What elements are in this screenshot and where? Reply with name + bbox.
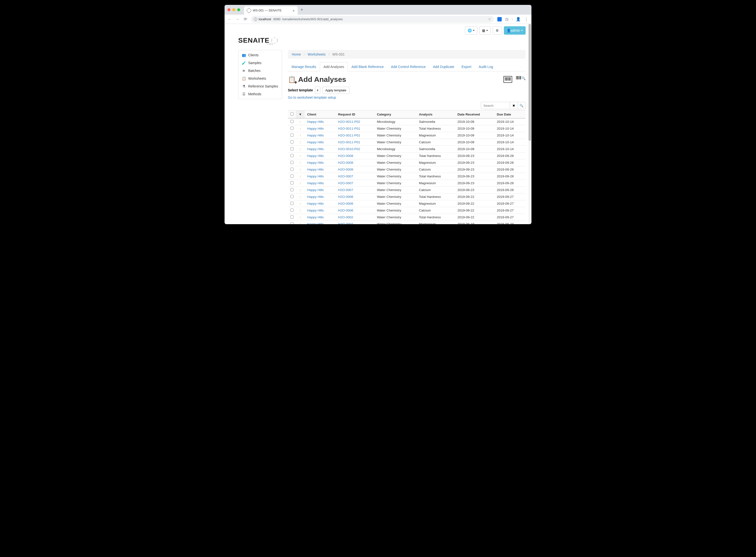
client-link[interactable]: Happy Hills xyxy=(307,120,324,123)
request-id-link[interactable]: H2O-0002 xyxy=(338,222,353,224)
row-checkbox[interactable] xyxy=(290,147,294,150)
breadcrumb-home[interactable]: Home xyxy=(292,52,301,56)
row-checkbox[interactable] xyxy=(290,181,294,184)
menu-icon[interactable]: ⋮ xyxy=(524,17,528,22)
site-info-icon[interactable]: i xyxy=(254,18,257,21)
client-link[interactable]: Happy Hills xyxy=(307,188,324,192)
request-id-link[interactable]: H2O-0007 xyxy=(338,181,353,185)
client-link[interactable]: Happy Hills xyxy=(307,161,324,165)
row-checkbox[interactable] xyxy=(290,161,294,164)
client-link[interactable]: Happy Hills xyxy=(307,147,324,151)
row-checkbox[interactable] xyxy=(290,140,294,144)
header-due-date[interactable]: Due Date xyxy=(494,110,525,118)
sidebar-item-samples[interactable]: 🧪Samples xyxy=(238,59,282,67)
tab-add-analyses[interactable]: Add Analyses xyxy=(320,62,348,71)
client-link[interactable]: Happy Hills xyxy=(307,168,324,171)
extension-icon[interactable]: ◷ xyxy=(505,17,509,22)
scrollbar[interactable] xyxy=(528,24,531,224)
client-link[interactable]: Happy Hills xyxy=(307,195,324,199)
close-window-icon[interactable] xyxy=(228,8,231,11)
extension-icon[interactable] xyxy=(497,17,502,22)
sidebar-item-batches[interactable]: ≋Batches xyxy=(238,67,282,75)
request-id-link[interactable]: H2O-0008 xyxy=(338,161,353,165)
close-tab-icon[interactable]: × xyxy=(293,8,295,13)
reload-icon[interactable]: ⟳ xyxy=(243,17,247,22)
row-checkbox[interactable] xyxy=(290,215,294,218)
request-id-link[interactable]: H2O-0002 xyxy=(338,215,353,219)
client-link[interactable]: Happy Hills xyxy=(307,140,324,144)
minimize-window-icon[interactable] xyxy=(232,8,235,11)
header-category[interactable]: Category xyxy=(374,110,417,118)
client-link[interactable]: Happy Hills xyxy=(307,154,324,158)
sidebar-item-worksheets[interactable]: 📋Worksheets xyxy=(238,75,282,82)
language-menu[interactable]: 🌐 xyxy=(465,26,477,35)
user-menu[interactable]: 👤 admin xyxy=(504,26,525,35)
sidebar-item-methods[interactable]: ☰Methods xyxy=(238,90,282,98)
template-select[interactable] xyxy=(315,87,320,94)
row-checkbox[interactable] xyxy=(290,134,294,137)
row-checkbox[interactable] xyxy=(290,174,294,178)
request-id-link[interactable]: H2O-0011-P02 xyxy=(338,120,360,123)
header-analysis[interactable]: Analysis xyxy=(417,110,455,118)
client-link[interactable]: Happy Hills xyxy=(307,174,324,178)
tab-manage-results[interactable]: Manage Results xyxy=(288,62,320,71)
request-id-link[interactable]: H2O-0007 xyxy=(338,188,353,192)
row-checkbox[interactable] xyxy=(290,195,294,198)
request-id-link[interactable]: H2O-0011-P01 xyxy=(338,127,360,130)
address-bar[interactable]: i localhost:8080/senaite/worksheets/WS-0… xyxy=(251,16,494,23)
row-checkbox[interactable] xyxy=(290,188,294,191)
barcode-icon[interactable] xyxy=(504,76,512,83)
client-link[interactable]: Happy Hills xyxy=(307,202,324,205)
maximize-window-icon[interactable] xyxy=(237,8,240,11)
request-id-link[interactable]: H2O-0008 xyxy=(338,154,353,158)
tab-audit-log[interactable]: Audit Log xyxy=(475,62,496,71)
profile-icon[interactable]: 👤 xyxy=(516,17,521,22)
header-request-id[interactable]: Request ID xyxy=(336,110,374,118)
new-tab-button[interactable]: + xyxy=(301,7,303,12)
client-link[interactable]: Happy Hills xyxy=(307,222,324,224)
row-checkbox[interactable] xyxy=(290,202,294,205)
back-icon[interactable]: ← xyxy=(228,17,232,22)
request-id-link[interactable]: H2O-0011-P01 xyxy=(338,134,360,137)
client-link[interactable]: Happy Hills xyxy=(307,127,324,130)
client-link[interactable]: Happy Hills xyxy=(307,134,324,137)
request-id-link[interactable]: H2O-0006 xyxy=(338,209,353,212)
header-client[interactable]: Client xyxy=(305,110,336,118)
row-checkbox[interactable] xyxy=(290,168,294,171)
request-id-link[interactable]: H2O-0011-P01 xyxy=(338,140,360,144)
select-all-checkbox[interactable] xyxy=(290,112,294,116)
row-checkbox[interactable] xyxy=(290,154,294,157)
forward-icon[interactable]: → xyxy=(235,17,240,22)
tab-add-duplicate[interactable]: Add Duplicate xyxy=(429,62,458,71)
sidebar-item-reference-samples[interactable]: ⚗Reference Samples xyxy=(238,82,282,90)
header-priority[interactable]: ▼ xyxy=(296,110,305,118)
row-checkbox[interactable] xyxy=(290,120,294,123)
tab-export[interactable]: Export xyxy=(458,62,475,71)
search-input[interactable] xyxy=(481,102,510,109)
row-checkbox[interactable] xyxy=(290,222,294,225)
row-checkbox[interactable] xyxy=(290,127,294,130)
bookmark-icon[interactable]: ☆ xyxy=(488,17,491,21)
row-checkbox[interactable] xyxy=(290,209,294,212)
template-setup-link[interactable]: Go to worksheet template setup xyxy=(288,95,336,99)
client-link[interactable]: Happy Hills xyxy=(307,209,324,212)
tab-add-blank-reference[interactable]: Add Blank Reference xyxy=(348,62,387,71)
request-id-link[interactable]: H2O-0008 xyxy=(338,168,353,171)
barcode-search-icon[interactable]: 🔍 xyxy=(516,76,525,83)
browser-tab[interactable]: WS-001 — SENAITE × xyxy=(244,6,298,14)
apply-template-button[interactable]: Apply template xyxy=(322,87,350,94)
header-date-received[interactable]: Date Received xyxy=(455,110,494,118)
client-link[interactable]: Happy Hills xyxy=(307,181,324,185)
apps-menu[interactable]: ▦ xyxy=(479,26,491,35)
sidebar-item-clients[interactable]: 👥Clients xyxy=(238,51,282,59)
request-id-link[interactable]: H2O-0006 xyxy=(338,202,353,205)
tab-add-control-reference[interactable]: Add Control Reference xyxy=(387,62,429,71)
request-id-link[interactable]: H2O-0006 xyxy=(338,195,353,199)
clear-search-button[interactable]: ✖ xyxy=(510,102,518,109)
request-id-link[interactable]: H2O-0007 xyxy=(338,174,353,178)
client-link[interactable]: Happy Hills xyxy=(307,215,324,219)
request-id-link[interactable]: H2O-0010-P02 xyxy=(338,147,360,151)
search-button[interactable]: 🔍 xyxy=(518,102,525,109)
settings-button[interactable]: ⚙ xyxy=(493,26,502,35)
breadcrumb-worksheets[interactable]: Worksheets xyxy=(308,52,326,56)
